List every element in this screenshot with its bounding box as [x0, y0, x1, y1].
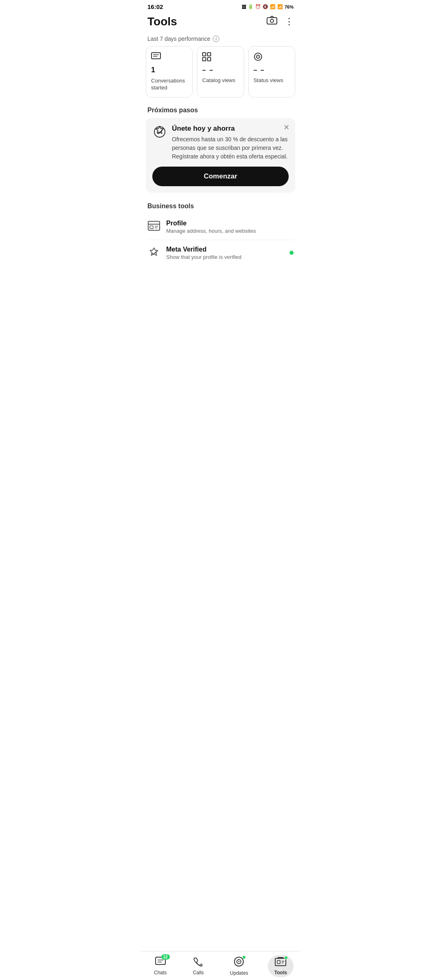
stat-card-status[interactable]: – – Status views [248, 46, 295, 98]
meta-verified-desc: Show that your profile is verified [166, 254, 284, 260]
svg-rect-14 [150, 226, 153, 229]
svg-rect-0 [267, 18, 277, 24]
catalog-icon [202, 52, 238, 63]
camera-icon[interactable] [267, 16, 277, 27]
tool-item-meta-verified[interactable]: Meta Verified Show that your profile is … [141, 240, 300, 266]
conversations-icon [151, 52, 187, 62]
header-actions: ⋮ [267, 16, 294, 27]
promo-badge-icon [152, 125, 167, 139]
status-time: 16:02 [147, 3, 163, 10]
promo-card: ✕ Únete hoy y ahorra Ofrecemos hasta un … [146, 118, 295, 193]
svg-rect-8 [207, 58, 211, 61]
catalog-value: – – [202, 67, 238, 74]
meta-verified-icon [147, 246, 160, 259]
promo-title: Únete hoy y ahorra [172, 125, 289, 133]
status-icons: 🖼 🔋 ⏰ 🔇 📶 📶 76% [242, 4, 294, 9]
tool-item-profile[interactable]: Profile Manage address, hours, and websi… [141, 214, 300, 240]
svg-rect-5 [203, 53, 206, 56]
profile-desc: Manage address, hours, and websites [166, 228, 294, 234]
status-bar: 16:02 🖼 🔋 ⏰ 🔇 📶 📶 76% [141, 0, 300, 12]
meta-verified-name: Meta Verified [166, 246, 284, 253]
alarm-icon: ⏰ [255, 4, 261, 9]
performance-label: Last 7 days performance i [141, 33, 300, 46]
meta-verified-dot [290, 251, 294, 255]
profile-icon [147, 220, 160, 233]
battery-saver-icon: 🔋 [248, 4, 254, 9]
header: Tools ⋮ [141, 12, 300, 33]
proximos-pasos-title: Próximos pasos [141, 105, 300, 118]
stat-card-catalog[interactable]: – – Catalog views [197, 46, 244, 98]
svg-point-1 [270, 19, 274, 22]
conversations-value: 1 [151, 66, 187, 74]
conversations-label: Conversations started [151, 78, 187, 91]
status-views-icon [254, 52, 290, 63]
stats-row: 1 Conversations started – – Catalog view… [141, 46, 300, 105]
wifi-icon: 📶 [270, 4, 276, 9]
promo-cta-button[interactable]: Comenzar [152, 167, 289, 186]
signal-icon: 📶 [277, 4, 283, 9]
promo-close-button[interactable]: ✕ [283, 123, 290, 132]
business-tools-section: Business tools Profile Manage address, h… [141, 201, 300, 270]
svg-rect-7 [203, 58, 206, 61]
page-title: Tools [147, 15, 177, 28]
svg-rect-2 [151, 53, 160, 59]
status-label: Status views [254, 77, 290, 84]
catalog-label: Catalog views [202, 77, 238, 84]
svg-rect-6 [207, 53, 211, 56]
mute-icon: 🔇 [263, 4, 268, 9]
status-value: – – [254, 67, 290, 74]
business-tools-title: Business tools [141, 201, 300, 214]
battery-pct: 76% [285, 4, 294, 9]
more-options-icon[interactable]: ⋮ [285, 16, 294, 27]
gallery-icon: 🖼 [242, 4, 246, 9]
stat-card-conversations[interactable]: 1 Conversations started [146, 46, 193, 98]
promo-description: Ofrecemos hasta un 30 % de descuento a l… [172, 135, 289, 161]
info-icon[interactable]: i [213, 36, 219, 42]
svg-point-11 [258, 56, 258, 57]
profile-name: Profile [166, 220, 294, 227]
